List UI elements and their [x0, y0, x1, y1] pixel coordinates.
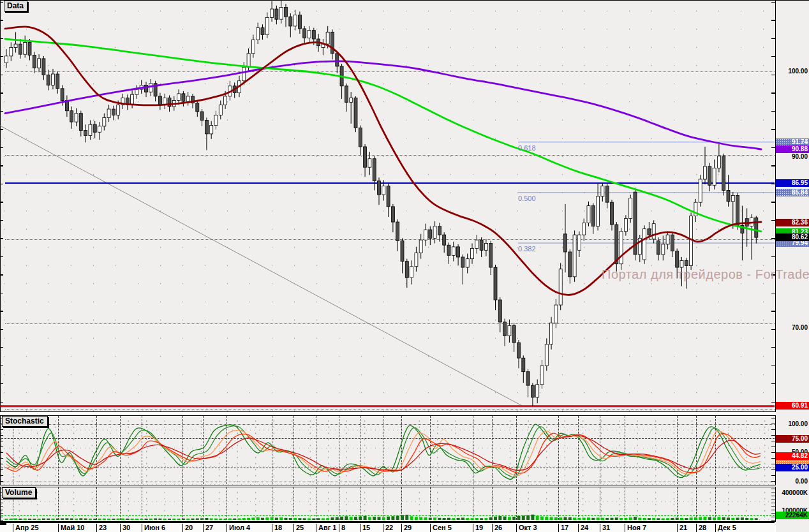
date-label: Окт 3	[516, 524, 537, 532]
period-separator	[272, 416, 272, 484]
volume-panel	[0, 487, 776, 522]
period-separator	[120, 416, 121, 484]
axis-ticks	[771, 489, 775, 521]
date-label: 28	[696, 524, 706, 532]
price-flag-82.36: 82.36	[776, 219, 809, 226]
price-flag-86.95: 86.95	[776, 179, 809, 187]
period-separator	[142, 416, 142, 484]
gridline-100	[5, 71, 775, 72]
tab-volume[interactable]: Volume	[2, 487, 36, 498]
date-label: 8	[339, 524, 345, 532]
fortrader-watermark: Портал для трейдеров - ForTrader.ru	[602, 267, 809, 282]
period-separator	[430, 416, 431, 484]
date-label: 30	[120, 524, 130, 532]
period-separator	[182, 416, 183, 484]
stoch-tick-label: 100.00	[776, 420, 809, 428]
date-label: 26	[492, 524, 502, 532]
price-tick-label: 90.00	[776, 153, 809, 161]
price-tick-label: 70.00	[776, 324, 809, 332]
period-separator	[492, 416, 493, 484]
axis-ticks	[0, 418, 3, 484]
gridline-80	[5, 239, 775, 240]
gridline-60	[5, 409, 775, 410]
date-label: 17	[558, 524, 568, 532]
price-panel	[0, 0, 776, 412]
stochastic-panel	[0, 415, 776, 485]
period-separator	[360, 416, 360, 484]
period-separator	[96, 416, 97, 484]
date-label: Авг 1	[316, 524, 336, 532]
fib-label-0.500: 0.500	[518, 195, 536, 202]
date-label: 31	[600, 524, 610, 532]
price-flag-60.91: 60.91	[776, 402, 809, 410]
period-separator	[677, 416, 678, 484]
period-separator	[316, 416, 316, 484]
tab-stochastic[interactable]: Stochastic	[2, 416, 48, 427]
period-separator	[696, 416, 697, 484]
stoch-flag-75.00: 75.00	[776, 435, 809, 443]
axis-ticks	[0, 2, 3, 411]
date-label: Апр 25	[13, 524, 39, 532]
volume-flag: 22264K	[776, 512, 809, 519]
period-separator	[625, 416, 625, 484]
date-label: Ноя 7	[625, 524, 646, 532]
date-label: 29	[401, 524, 412, 532]
period-separator	[383, 416, 383, 484]
period-separator	[473, 416, 473, 484]
price-flag-80.62: 80.62	[776, 233, 809, 241]
trading-chart-window: Data Stochastic Volume Портал для трейде…	[0, 0, 809, 532]
date-label: 24	[578, 524, 588, 532]
date-label: 21	[677, 524, 687, 532]
date-label: 20	[182, 524, 193, 532]
date-label: 18	[272, 524, 282, 532]
stoch-100-row	[1, 424, 775, 425]
period-separator	[226, 416, 227, 484]
volume-level-line	[1, 515, 775, 516]
period-separator	[516, 416, 517, 484]
gridline-70	[5, 323, 775, 324]
date-label: 15	[360, 524, 370, 532]
date-label: 23	[96, 524, 107, 532]
period-separator	[339, 416, 339, 484]
gridline-90	[5, 155, 775, 156]
price-tick-label: 100.00	[776, 68, 809, 75]
date-label: 19	[473, 524, 483, 532]
period-separator	[578, 416, 579, 484]
date-label: 25	[293, 524, 304, 532]
period-separator	[293, 416, 294, 484]
date-label: Сен 5	[430, 524, 452, 532]
period-separator	[558, 416, 559, 484]
stoch-overbought-line	[1, 438, 775, 439]
date-label: Май 10	[58, 524, 84, 532]
date-label: Июл 4	[226, 524, 250, 532]
axis-corner-box	[0, 522, 6, 525]
period-separator	[203, 416, 204, 484]
fib-label-0.382: 0.382	[518, 245, 536, 253]
stoch-flag-44.82: 44.82	[776, 452, 809, 460]
period-separator	[715, 416, 716, 484]
tab-data[interactable]: Data	[4, 1, 27, 11]
date-axis: Апр 25Май 102330Июн 62027Июл 41825Авг 18…	[0, 522, 775, 532]
fib-label-0.618: 0.618	[518, 144, 536, 152]
stoch-tick-label: 0.00	[776, 478, 809, 485]
period-separator	[401, 416, 402, 484]
window-top-border	[0, 0, 809, 1]
date-label: Июн 6	[142, 524, 165, 532]
stoch-oversold-line	[1, 468, 775, 468]
period-separator	[600, 416, 600, 484]
stoch-0-row	[1, 482, 775, 482]
date-label: Дек 5	[715, 524, 736, 532]
stoch-flag-25.00: 25.00	[776, 464, 809, 471]
period-separator	[58, 416, 59, 484]
price-flag-90.88: 90.88	[776, 145, 809, 153]
axis-ticks	[771, 418, 775, 484]
date-label: 27	[203, 524, 213, 532]
volume-tick-label: 400000K	[776, 489, 809, 497]
price-flag-85.84: 85.84	[776, 189, 809, 196]
date-label: 22	[383, 524, 393, 532]
axis-ticks	[771, 2, 775, 411]
